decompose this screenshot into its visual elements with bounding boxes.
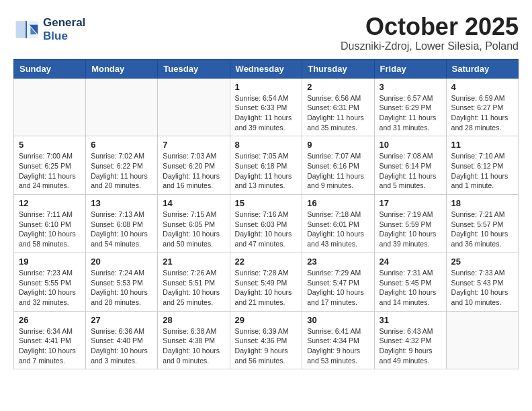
day-info: Sunrise: 7:13 AM Sunset: 6:08 PM Dayligh… [91, 210, 152, 249]
calendar-cell [446, 311, 518, 369]
day-number: 22 [235, 257, 298, 267]
calendar-cell: 1Sunrise: 6:54 AM Sunset: 6:33 PM Daylig… [230, 78, 302, 136]
month-title: October 2025 [341, 13, 519, 40]
day-info: Sunrise: 7:11 AM Sunset: 6:10 PM Dayligh… [19, 210, 81, 249]
calendar-cell [86, 78, 158, 136]
day-number: 21 [163, 257, 224, 267]
calendar-cell: 23Sunrise: 7:29 AM Sunset: 5:47 PM Dayli… [302, 253, 374, 311]
day-info: Sunrise: 6:34 AM Sunset: 4:41 PM Dayligh… [19, 326, 81, 366]
day-info: Sunrise: 6:36 AM Sunset: 4:40 PM Dayligh… [91, 326, 152, 366]
day-number: 3 [380, 82, 441, 92]
day-number: 12 [19, 198, 81, 208]
col-header-tuesday: Tuesday [158, 59, 230, 78]
calendar-table: SundayMondayTuesdayWednesdayThursdayFrid… [13, 59, 519, 370]
day-info: Sunrise: 7:19 AM Sunset: 5:59 PM Dayligh… [380, 210, 441, 249]
day-info: Sunrise: 7:00 AM Sunset: 6:25 PM Dayligh… [19, 151, 81, 191]
day-info: Sunrise: 7:07 AM Sunset: 6:16 PM Dayligh… [307, 151, 369, 191]
calendar-cell: 12Sunrise: 7:11 AM Sunset: 6:10 PM Dayli… [14, 195, 86, 253]
calendar-cell: 29Sunrise: 6:39 AM Sunset: 4:36 PM Dayli… [230, 311, 302, 369]
day-number: 5 [19, 140, 81, 150]
col-header-thursday: Thursday [302, 59, 374, 78]
col-header-wednesday: Wednesday [230, 59, 302, 78]
day-number: 13 [91, 198, 152, 208]
calendar-cell: 10Sunrise: 7:08 AM Sunset: 6:14 PM Dayli… [374, 136, 446, 195]
day-info: Sunrise: 6:38 AM Sunset: 4:38 PM Dayligh… [163, 326, 224, 366]
logo-icon [13, 16, 40, 43]
day-info: Sunrise: 7:33 AM Sunset: 5:43 PM Dayligh… [451, 268, 513, 308]
day-info: Sunrise: 7:15 AM Sunset: 6:05 PM Dayligh… [163, 210, 224, 249]
logo: General Blue [13, 16, 85, 43]
svg-rect-1 [16, 21, 27, 38]
day-info: Sunrise: 7:05 AM Sunset: 6:18 PM Dayligh… [235, 151, 298, 191]
day-number: 20 [91, 257, 152, 267]
day-info: Sunrise: 7:31 AM Sunset: 5:45 PM Dayligh… [380, 268, 441, 308]
day-number: 28 [163, 315, 224, 325]
calendar-cell: 19Sunrise: 7:23 AM Sunset: 5:55 PM Dayli… [14, 253, 86, 311]
day-info: Sunrise: 6:54 AM Sunset: 6:33 PM Dayligh… [235, 93, 298, 133]
calendar-cell: 11Sunrise: 7:10 AM Sunset: 6:12 PM Dayli… [446, 136, 518, 195]
calendar-cell: 22Sunrise: 7:28 AM Sunset: 5:49 PM Dayli… [230, 253, 302, 311]
day-info: Sunrise: 6:57 AM Sunset: 6:29 PM Dayligh… [380, 93, 441, 133]
day-info: Sunrise: 7:29 AM Sunset: 5:47 PM Dayligh… [307, 268, 369, 308]
day-info: Sunrise: 7:03 AM Sunset: 6:20 PM Dayligh… [163, 151, 224, 191]
day-info: Sunrise: 7:24 AM Sunset: 5:53 PM Dayligh… [91, 268, 152, 308]
day-info: Sunrise: 7:08 AM Sunset: 6:14 PM Dayligh… [380, 151, 441, 191]
day-info: Sunrise: 7:28 AM Sunset: 5:49 PM Dayligh… [235, 268, 298, 308]
calendar-cell: 9Sunrise: 7:07 AM Sunset: 6:16 PM Daylig… [302, 136, 374, 195]
logo-text: General Blue [43, 16, 85, 43]
calendar-cell: 17Sunrise: 7:19 AM Sunset: 5:59 PM Dayli… [374, 195, 446, 253]
calendar-week-row: 26Sunrise: 6:34 AM Sunset: 4:41 PM Dayli… [14, 311, 519, 369]
calendar-cell: 31Sunrise: 6:43 AM Sunset: 4:32 PM Dayli… [374, 311, 446, 369]
day-info: Sunrise: 7:02 AM Sunset: 6:22 PM Dayligh… [91, 151, 152, 191]
calendar-cell [14, 78, 86, 136]
day-info: Sunrise: 7:26 AM Sunset: 5:51 PM Dayligh… [163, 268, 224, 308]
page-header: General Blue October 2025 Duszniki-Zdroj… [13, 13, 519, 52]
calendar-cell: 26Sunrise: 6:34 AM Sunset: 4:41 PM Dayli… [14, 311, 86, 369]
calendar-cell: 8Sunrise: 7:05 AM Sunset: 6:18 PM Daylig… [230, 136, 302, 195]
day-number: 29 [235, 315, 298, 325]
col-header-friday: Friday [374, 59, 446, 78]
day-number: 18 [451, 198, 513, 208]
calendar-header-row: SundayMondayTuesdayWednesdayThursdayFrid… [14, 59, 519, 78]
calendar-cell: 3Sunrise: 6:57 AM Sunset: 6:29 PM Daylig… [374, 78, 446, 136]
day-info: Sunrise: 6:59 AM Sunset: 6:27 PM Dayligh… [451, 93, 513, 133]
day-number: 24 [380, 257, 441, 267]
day-number: 27 [91, 315, 152, 325]
day-number: 17 [380, 198, 441, 208]
day-number: 31 [380, 315, 441, 325]
day-number: 4 [451, 82, 513, 92]
day-info: Sunrise: 6:39 AM Sunset: 4:36 PM Dayligh… [235, 326, 298, 366]
day-info: Sunrise: 6:43 AM Sunset: 4:32 PM Dayligh… [380, 326, 441, 366]
col-header-sunday: Sunday [14, 59, 86, 78]
day-number: 8 [235, 140, 298, 150]
title-section: October 2025 Duszniki-Zdroj, Lower Siles… [341, 13, 519, 52]
day-number: 26 [19, 315, 81, 325]
col-header-saturday: Saturday [446, 59, 518, 78]
day-number: 9 [307, 140, 369, 150]
calendar-week-row: 19Sunrise: 7:23 AM Sunset: 5:55 PM Dayli… [14, 253, 519, 311]
day-number: 11 [451, 140, 513, 150]
col-header-monday: Monday [86, 59, 158, 78]
calendar-week-row: 12Sunrise: 7:11 AM Sunset: 6:10 PM Dayli… [14, 195, 519, 253]
calendar-cell: 13Sunrise: 7:13 AM Sunset: 6:08 PM Dayli… [86, 195, 158, 253]
day-info: Sunrise: 7:10 AM Sunset: 6:12 PM Dayligh… [451, 151, 513, 191]
calendar-cell: 4Sunrise: 6:59 AM Sunset: 6:27 PM Daylig… [446, 78, 518, 136]
calendar-week-row: 5Sunrise: 7:00 AM Sunset: 6:25 PM Daylig… [14, 136, 519, 195]
day-number: 2 [307, 82, 369, 92]
calendar-cell: 2Sunrise: 6:56 AM Sunset: 6:31 PM Daylig… [302, 78, 374, 136]
day-number: 19 [19, 257, 81, 267]
day-number: 23 [307, 257, 369, 267]
calendar-cell [158, 78, 230, 136]
day-info: Sunrise: 6:56 AM Sunset: 6:31 PM Dayligh… [307, 93, 369, 133]
day-number: 10 [380, 140, 441, 150]
day-number: 1 [235, 82, 298, 92]
day-number: 6 [91, 140, 152, 150]
calendar-cell: 6Sunrise: 7:02 AM Sunset: 6:22 PM Daylig… [86, 136, 158, 195]
svg-rect-2 [26, 21, 27, 38]
calendar-cell: 28Sunrise: 6:38 AM Sunset: 4:38 PM Dayli… [158, 311, 230, 369]
day-info: Sunrise: 7:23 AM Sunset: 5:55 PM Dayligh… [19, 268, 81, 308]
calendar-cell: 14Sunrise: 7:15 AM Sunset: 6:05 PM Dayli… [158, 195, 230, 253]
calendar-week-row: 1Sunrise: 6:54 AM Sunset: 6:33 PM Daylig… [14, 78, 519, 136]
day-number: 7 [163, 140, 224, 150]
calendar-cell: 21Sunrise: 7:26 AM Sunset: 5:51 PM Dayli… [158, 253, 230, 311]
